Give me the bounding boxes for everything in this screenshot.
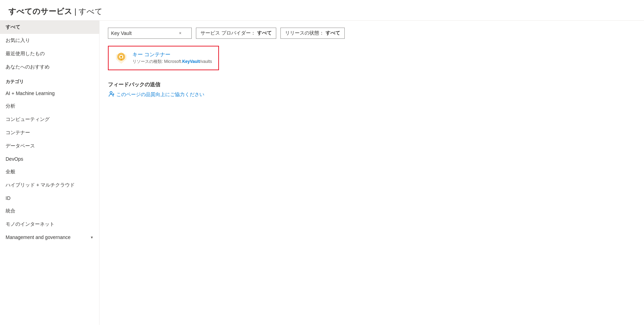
sidebar-item-all[interactable]: すべて xyxy=(0,21,99,34)
sidebar-item-containers[interactable]: コンテナー xyxy=(0,126,99,139)
sidebar-devops-label: DevOps xyxy=(6,156,23,162)
sidebar-item-recommended[interactable]: あなたへのおすすめ xyxy=(0,60,99,74)
sidebar-general-label: 全般 xyxy=(6,169,15,175)
sidebar-category-header: カテゴリ xyxy=(0,74,99,87)
sidebar-item-database[interactable]: データベース xyxy=(0,139,99,153)
sidebar-item-iot[interactable]: モノのインターネット xyxy=(0,218,99,231)
sidebar-item-analytics[interactable]: 分析 xyxy=(0,100,99,113)
sidebar: すべて お気に入り 最近使用したもの あなたへのおすすめ カテゴリ AI + M… xyxy=(0,21,100,325)
page-title: すべてのサービス | すべて xyxy=(0,0,644,21)
feedback-user-icon xyxy=(108,91,114,99)
sidebar-recent-label: 最近使用したもの xyxy=(6,51,45,57)
filter-provider-button[interactable]: サービス プロバイダー： すべて xyxy=(196,28,276,39)
sidebar-item-hybrid[interactable]: ハイブリッド + マルチクラウド xyxy=(0,179,99,192)
search-box: × xyxy=(108,28,192,39)
sidebar-item-computing[interactable]: コンピューティング xyxy=(0,113,99,126)
svg-point-8 xyxy=(110,92,112,94)
sidebar-item-identity[interactable]: ID xyxy=(0,192,99,204)
sidebar-item-ai-ml[interactable]: AI + Machine Learning xyxy=(0,87,99,100)
sidebar-identity-label: ID xyxy=(6,195,10,201)
result-card-title: キー コンテナー xyxy=(132,51,212,58)
feedback-section: フィードバックの送信 このページの品質向上にご協力ください xyxy=(108,81,636,99)
sidebar-item-management[interactable]: Management and governance ▼ xyxy=(0,231,99,244)
sidebar-item-integration[interactable]: 統合 xyxy=(0,204,99,218)
sidebar-hybrid-label: ハイブリッド + マルチクラウド xyxy=(6,182,75,188)
result-card-text: キー コンテナー リソースの種類: Microsoft.KeyVault/vau… xyxy=(132,51,212,65)
feedback-title: フィードバックの送信 xyxy=(108,81,636,88)
sidebar-integration-label: 統合 xyxy=(6,208,15,214)
search-clear-button[interactable]: × xyxy=(175,28,186,39)
sidebar-favorites-label: お気に入り xyxy=(6,37,30,44)
filter-provider-value: すべて xyxy=(257,30,272,36)
sidebar-item-recent[interactable]: 最近使用したもの xyxy=(0,47,99,60)
content-area: × サービス プロバイダー： すべて リリースの状態： すべて xyxy=(100,21,644,325)
sidebar-ai-ml-label: AI + Machine Learning xyxy=(6,90,54,96)
filter-release-prefix: リリースの状態： xyxy=(285,30,324,36)
filter-release-value: すべて xyxy=(325,30,340,36)
search-input[interactable] xyxy=(108,30,175,36)
svg-rect-6 xyxy=(121,59,122,59)
sidebar-database-label: データベース xyxy=(6,143,35,149)
sidebar-computing-label: コンピューティング xyxy=(6,116,50,123)
sidebar-iot-label: モノのインターネット xyxy=(6,221,54,227)
sidebar-all-label: すべて xyxy=(6,24,20,30)
filter-provider-prefix: サービス プロバイダー： xyxy=(200,30,256,36)
sidebar-containers-label: コンテナー xyxy=(6,130,30,136)
subtitle-prefix: リソースの種類: Microsoft. xyxy=(132,59,182,64)
sidebar-recommended-label: あなたへのおすすめ xyxy=(6,64,50,70)
sidebar-management-label: Management and governance xyxy=(6,234,71,240)
chevron-down-icon: ▼ xyxy=(90,236,94,239)
feedback-link-label: このページの品質向上にご協力ください xyxy=(116,92,204,98)
key-vault-icon xyxy=(115,52,127,64)
feedback-link[interactable]: このページの品質向上にご協力ください xyxy=(108,91,636,99)
subtitle-suffix: /vaults xyxy=(200,59,212,64)
result-card-subtitle: リソースの種類: Microsoft.KeyVault/vaults xyxy=(132,59,212,65)
sidebar-item-general[interactable]: 全般 xyxy=(0,165,99,179)
svg-point-3 xyxy=(120,56,122,58)
key-vault-result-card[interactable]: キー コンテナー リソースの種類: Microsoft.KeyVault/vau… xyxy=(108,46,219,70)
toolbar: × サービス プロバイダー： すべて リリースの状態： すべて xyxy=(108,28,636,39)
sidebar-item-devops[interactable]: DevOps xyxy=(0,153,99,165)
subtitle-bold: KeyVault xyxy=(182,59,200,64)
sidebar-item-favorites[interactable]: お気に入り xyxy=(0,34,99,47)
sidebar-analytics-label: 分析 xyxy=(6,103,15,109)
filter-release-button[interactable]: リリースの状態： すべて xyxy=(280,28,345,39)
